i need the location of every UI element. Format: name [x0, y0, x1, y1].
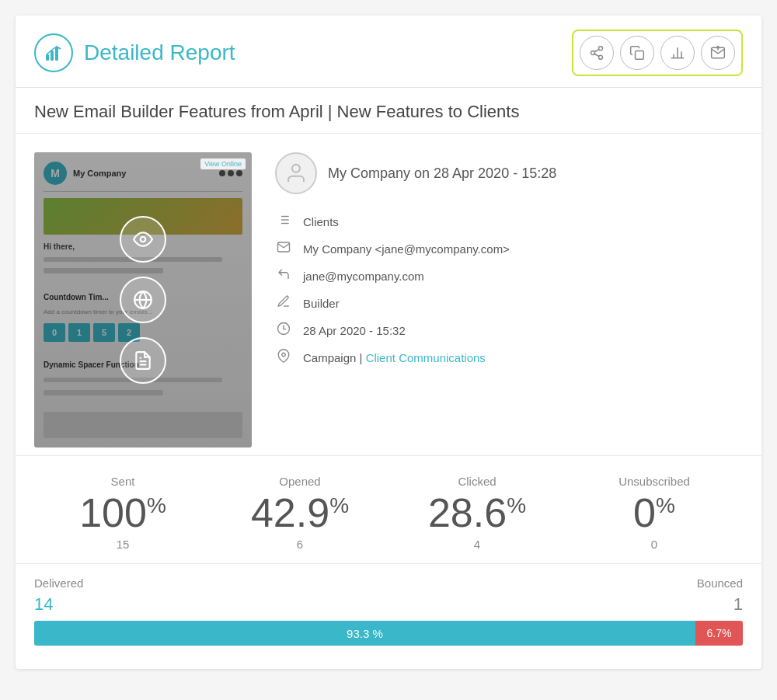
delivery-labels: Delivered Bounced	[34, 576, 743, 590]
stat-sent-label: Sent	[34, 475, 211, 488]
info-row-scheduled: 28 Apr 2020 - 15:32	[275, 322, 743, 339]
bounced-num: 1	[733, 594, 743, 615]
share-button[interactable]	[580, 36, 614, 70]
svg-rect-1	[51, 50, 54, 61]
delivered-label: Delivered	[34, 576, 83, 590]
stats-area: Sent 100% 15 Opened 42.9% 6 Clicked 28.6…	[16, 456, 761, 564]
stat-clicked-label: Clicked	[388, 475, 566, 488]
info-rows: Clients My Company <jane@mycompany.com>	[275, 213, 743, 366]
info-panel: My Company on 28 Apr 2020 - 15:28 Client…	[275, 152, 743, 448]
svg-point-4	[591, 51, 595, 55]
preview-document-icon[interactable]	[120, 337, 166, 384]
info-row-reply: jane@mycompany.com	[275, 267, 743, 284]
svg-point-27	[282, 353, 286, 357]
header: Detailed Report	[16, 16, 761, 88]
campaign-link[interactable]: Client Communications	[366, 351, 486, 364]
progress-delivered: 93.3 %	[34, 621, 695, 646]
delivery-area: Delivered Bounced 14 1 93.3 % 6.7%	[16, 564, 761, 646]
avatar	[275, 152, 317, 194]
stat-clicked-count: 4	[388, 538, 566, 551]
stat-opened-label: Opened	[211, 475, 388, 488]
info-row-editor: Builder	[275, 294, 743, 312]
copy-button[interactable]	[620, 36, 654, 70]
stat-unsubscribed: Unsubscribed 0% 0	[566, 475, 743, 551]
svg-point-19	[292, 165, 300, 172]
campaign-title: New Email Builder Features from April | …	[16, 88, 761, 134]
svg-rect-8	[636, 51, 644, 60]
list-icon	[275, 213, 292, 230]
sender-name: My Company on 28 Apr 2020 - 15:28	[328, 165, 556, 182]
main-card: Detailed Report	[16, 16, 761, 669]
stat-sent-value: 100%	[34, 493, 211, 533]
from-email-value: My Company <jane@mycompany.com>	[303, 242, 510, 256]
content-area: M My Company Hi there, Countdown Tim... …	[16, 134, 761, 456]
page-title: Detailed Report	[84, 40, 235, 65]
info-row-from: My Company <jane@mycompany.com>	[275, 240, 743, 257]
info-row-campaign: Campaign | Client Communications	[275, 349, 743, 366]
view-online-label[interactable]: View Online	[200, 158, 246, 169]
stat-unsubscribed-value: 0%	[566, 493, 743, 533]
stat-sent-count: 15	[34, 538, 211, 551]
stat-opened: Opened 42.9% 6	[211, 475, 388, 551]
svg-point-3	[599, 47, 603, 50]
svg-point-14	[141, 237, 146, 242]
progress-bar: 93.3 % 6.7%	[34, 621, 743, 646]
svg-rect-2	[55, 47, 58, 61]
progress-bounced: 6.7%	[695, 621, 743, 646]
scheduled-value: 28 Apr 2020 - 15:32	[303, 324, 406, 337]
campaign-value: Campaign | Client Communications	[303, 351, 486, 364]
chart-button[interactable]	[660, 36, 695, 70]
preview-eye-icon[interactable]	[120, 216, 166, 263]
preview-overlay: View Online	[34, 152, 252, 448]
stat-opened-count: 6	[211, 538, 388, 551]
clock-icon	[275, 322, 292, 339]
toolbar-icons	[572, 30, 743, 76]
reply-icon	[275, 267, 292, 284]
stat-unsubscribed-label: Unsubscribed	[566, 475, 743, 488]
reply-to-value: jane@mycompany.com	[303, 270, 424, 283]
email-icon	[275, 240, 292, 257]
editor-icon	[275, 294, 292, 312]
stat-opened-value: 42.9%	[211, 493, 388, 533]
delivered-num: 14	[34, 594, 53, 615]
logo-icon	[34, 33, 73, 72]
svg-point-5	[599, 55, 603, 59]
info-row-list: Clients	[275, 213, 743, 230]
stat-sent: Sent 100% 15	[34, 475, 211, 551]
stat-clicked: Clicked 28.6% 4	[388, 475, 566, 551]
delivered-pct-text: 93.3 %	[347, 627, 383, 640]
preview-globe-icon[interactable]	[120, 277, 166, 323]
bounced-pct-text: 6.7%	[706, 627, 731, 639]
svg-rect-0	[46, 54, 49, 61]
bounced-label: Bounced	[697, 576, 743, 590]
header-left: Detailed Report	[34, 33, 235, 72]
editor-value: Builder	[303, 297, 340, 310]
delivery-numbers: 14 1	[34, 594, 743, 615]
svg-line-6	[594, 54, 599, 56]
svg-line-7	[594, 49, 599, 51]
campaign-icon	[275, 349, 292, 366]
stat-clicked-value: 28.6%	[388, 493, 566, 533]
email-preview[interactable]: M My Company Hi there, Countdown Tim... …	[34, 152, 252, 448]
export-button[interactable]	[701, 36, 735, 70]
stat-unsubscribed-count: 0	[566, 538, 743, 551]
sender-row: My Company on 28 Apr 2020 - 15:28	[275, 152, 743, 194]
list-value: Clients	[303, 215, 339, 228]
